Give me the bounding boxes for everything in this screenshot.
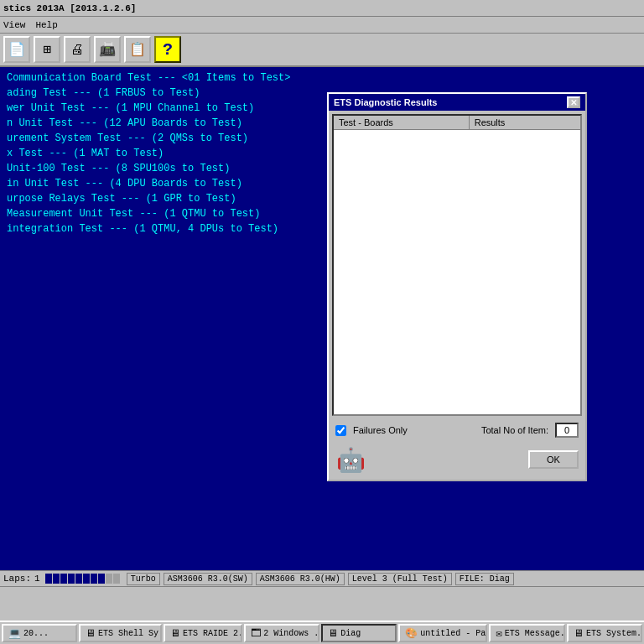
total-items-label: Total No of Item: xyxy=(481,425,548,435)
taskbar-button[interactable]: 🖥ETS Shell Sy... xyxy=(79,624,162,642)
dialog-body: Test - Boards Results xyxy=(329,111,585,419)
failures-only-label: Failures Only xyxy=(353,425,408,435)
dialog-diagnostic-results: ETS Diagnostic Results ✕ Test - Boards R… xyxy=(327,92,587,481)
taskbar-button-label: ETS Message... xyxy=(505,629,565,638)
toolbar: 📄 ⊞ 🖨 📠 📋 ? xyxy=(0,34,644,67)
taskbar-button-label: 20... xyxy=(23,629,49,638)
taskbar-button[interactable]: 🎨untitled - Paint xyxy=(398,624,487,642)
col-header-results: Results xyxy=(470,116,580,129)
progress-block xyxy=(75,574,82,584)
toolbar-btn-clipboard[interactable]: 📋 xyxy=(124,36,151,63)
toolbar-btn-new[interactable]: 📄 xyxy=(3,36,30,63)
progress-block xyxy=(68,574,75,584)
progress-block xyxy=(106,574,112,584)
status-pill: Turbo xyxy=(127,573,160,585)
status-pill: Level 3 (Full Test) xyxy=(348,573,452,585)
taskbar-button[interactable]: 🖥ETS RAIDE 2... xyxy=(164,624,242,642)
dialog-footer: Failures Only Total No of Item: 0 xyxy=(329,419,585,441)
progress-block xyxy=(45,574,52,584)
taskbar-button[interactable]: 🗔2 Windows ... xyxy=(244,624,319,642)
menu-view[interactable]: View xyxy=(3,20,25,30)
dialog-title: ETS Diagnostic Results xyxy=(334,97,437,107)
taskbar-button-icon: 🗔 xyxy=(251,627,261,640)
dialog-close-button[interactable]: ✕ xyxy=(567,96,580,108)
taskbar-button-icon: 🖥 xyxy=(86,627,96,640)
taskbar-button-label: 2 Windows ... xyxy=(263,629,319,638)
status-pill: ASM3606 R3.0(HW) xyxy=(256,573,345,585)
dialog-footer2: 🤖 OK xyxy=(329,441,585,480)
taskbar-button[interactable]: 🖥Diag xyxy=(321,624,397,642)
taskbar-button-icon: 🖥 xyxy=(328,627,338,640)
toolbar-btn-help[interactable]: ? xyxy=(154,36,181,63)
progress-block xyxy=(98,574,105,584)
taskbar-button[interactable]: 🖥ETS System... xyxy=(567,624,642,642)
taskbar-button-icon: 🖥 xyxy=(170,627,180,640)
dialog-table: Test - Boards Results xyxy=(332,114,582,416)
ok-button[interactable]: OK xyxy=(528,450,579,469)
dialog-titlebar: ETS Diagnostic Results ✕ xyxy=(329,94,585,111)
progress-block xyxy=(113,574,120,584)
menu-bar: View Help xyxy=(0,17,644,34)
taskbar-button-label: ETS Shell Sy... xyxy=(98,629,162,638)
progress-block xyxy=(53,574,60,584)
taskbar-button[interactable]: 💻20... xyxy=(2,624,77,642)
status-items: TurboASM3606 R3.0(SW)ASM3606 R3.0(HW)Lev… xyxy=(127,573,514,585)
total-items-value: 0 xyxy=(555,423,579,438)
window-title: stics 2013A [2013.1.2.6] xyxy=(3,3,136,13)
taskbar-button[interactable]: ✉ETS Message... xyxy=(489,624,565,642)
taskbar-button-icon: 🖥 xyxy=(574,627,584,640)
taskbar-button-label: untitled - Paint xyxy=(420,629,487,638)
progress-block xyxy=(60,574,67,584)
taskbar: 💻20...🖥ETS Shell Sy...🖥ETS RAIDE 2...🗔2 … xyxy=(0,621,644,644)
status-pill: ASM3606 R3.0(SW) xyxy=(164,573,252,585)
status-pill: FILE: Diag xyxy=(455,573,514,585)
toolbar-btn-grid[interactable]: ⊞ xyxy=(34,36,60,63)
laps-value: 1 xyxy=(34,574,40,584)
dialog-table-body xyxy=(334,130,580,398)
laps-label: Laps: xyxy=(3,574,31,584)
terminal-line: Communication Board Test --- <01 Items t… xyxy=(7,70,637,86)
title-bar: stics 2013A [2013.1.2.6] xyxy=(0,0,644,17)
toolbar-btn-print[interactable]: 🖨 xyxy=(64,36,91,63)
toolbar-btn-fax[interactable]: 📠 xyxy=(94,36,121,63)
taskbar-button-icon: 🎨 xyxy=(405,627,418,640)
progress-block xyxy=(83,574,90,584)
taskbar-button-label: ETS System... xyxy=(586,629,642,638)
taskbar-button-icon: 💻 xyxy=(8,627,21,640)
progress-blocks xyxy=(45,574,120,584)
col-header-test-boards: Test - Boards xyxy=(334,116,470,129)
taskbar-button-icon: ✉ xyxy=(496,627,501,640)
status-bar: Laps: 1 TurboASM3606 R3.0(SW)ASM3606 R3.… xyxy=(0,570,644,587)
taskbar-button-label: Diag xyxy=(340,629,361,638)
progress-block xyxy=(91,574,97,584)
taskbar-button-label: ETS RAIDE 2... xyxy=(183,629,242,638)
menu-help[interactable]: Help xyxy=(35,20,57,30)
dialog-robot-icon: 🤖 xyxy=(335,444,366,475)
dialog-table-header: Test - Boards Results xyxy=(334,116,580,130)
failures-only-checkbox[interactable] xyxy=(335,425,346,436)
